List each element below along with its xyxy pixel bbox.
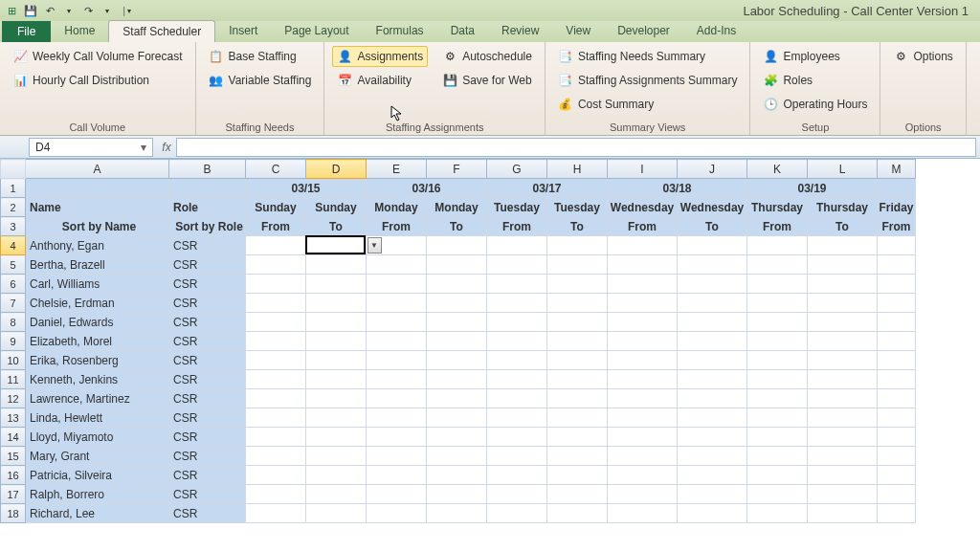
schedule-cell[interactable] <box>367 255 427 275</box>
column-header[interactable]: D <box>306 160 367 179</box>
schedule-cell[interactable] <box>878 504 916 523</box>
schedule-cell[interactable] <box>306 351 367 370</box>
employee-role-cell[interactable]: CSR <box>169 447 246 466</box>
ribbon-tab-formulas[interactable]: Formulas <box>363 20 437 42</box>
schedule-cell[interactable] <box>808 485 878 504</box>
schedule-cell[interactable] <box>678 370 747 389</box>
schedule-cell[interactable] <box>678 447 747 466</box>
schedule-cell[interactable] <box>246 313 306 332</box>
schedule-cell[interactable] <box>547 255 608 275</box>
schedule-cell[interactable] <box>306 389 367 408</box>
employee-role-cell[interactable]: CSR <box>169 466 246 485</box>
employee-role-cell[interactable]: CSR <box>169 504 246 523</box>
schedule-cell[interactable] <box>747 447 808 466</box>
schedule-cell[interactable] <box>608 275 678 294</box>
fx-icon[interactable]: fx <box>157 141 176 154</box>
employee-role-cell[interactable]: CSR <box>169 428 246 447</box>
schedule-cell[interactable] <box>246 466 306 485</box>
schedule-cell[interactable] <box>427 408 487 428</box>
schedule-cell[interactable] <box>878 294 916 313</box>
schedule-cell[interactable] <box>306 313 367 332</box>
employee-name-cell[interactable]: Richard, Lee <box>26 504 169 523</box>
column-header[interactable]: J <box>678 160 747 179</box>
employee-name-cell[interactable]: Carl, Williams <box>26 275 169 294</box>
schedule-cell[interactable] <box>608 447 678 466</box>
schedule-cell[interactable] <box>608 466 678 485</box>
schedule-cell[interactable] <box>367 370 427 389</box>
select-all-corner[interactable] <box>1 160 26 179</box>
schedule-cell[interactable] <box>427 370 487 389</box>
schedule-cell[interactable] <box>246 370 306 389</box>
chevron-down-icon[interactable]: ▾ <box>100 3 115 18</box>
ribbon-tab-staff-scheduler[interactable]: Staff Scheduler <box>108 20 215 42</box>
schedule-cell[interactable] <box>547 332 608 351</box>
schedule-cell[interactable] <box>678 466 747 485</box>
sort-by-role-button[interactable]: Sort by Role <box>169 217 246 236</box>
schedule-cell[interactable] <box>808 294 878 313</box>
ribbon-tab-review[interactable]: Review <box>488 20 552 42</box>
schedule-cell[interactable] <box>306 485 367 504</box>
ribbon-button-options[interactable]: ⚙Options <box>888 46 957 67</box>
schedule-cell[interactable] <box>547 447 608 466</box>
row-header[interactable]: 10 <box>1 351 26 370</box>
schedule-cell[interactable] <box>487 351 547 370</box>
employee-role-cell[interactable]: CSR <box>169 332 246 351</box>
schedule-cell[interactable] <box>878 370 916 389</box>
row-header[interactable]: 5 <box>1 255 26 275</box>
schedule-cell[interactable] <box>246 389 306 408</box>
schedule-cell[interactable] <box>608 370 678 389</box>
schedule-cell[interactable] <box>547 504 608 523</box>
row-header[interactable]: 11 <box>1 370 26 389</box>
schedule-cell[interactable] <box>487 408 547 428</box>
sort-by-name-button[interactable]: Sort by Name <box>26 217 169 236</box>
employee-name-cell[interactable]: Ralph, Borrero <box>26 485 169 504</box>
ribbon-tab-data[interactable]: Data <box>437 20 488 42</box>
chevron-down-icon[interactable]: ▾ <box>61 3 77 18</box>
employee-role-cell[interactable]: CSR <box>169 351 246 370</box>
schedule-cell[interactable] <box>747 370 808 389</box>
schedule-cell[interactable] <box>367 466 427 485</box>
schedule-cell[interactable] <box>306 408 367 428</box>
schedule-cell[interactable] <box>246 275 306 294</box>
schedule-cell[interactable] <box>747 428 808 447</box>
schedule-cell[interactable] <box>878 313 916 332</box>
row-header[interactable]: 15 <box>1 447 26 466</box>
employee-name-cell[interactable]: Bertha, Brazell <box>26 255 169 275</box>
employee-role-cell[interactable]: CSR <box>169 255 246 275</box>
schedule-cell[interactable] <box>246 504 306 523</box>
schedule-cell[interactable] <box>808 408 878 428</box>
employee-role-cell[interactable]: CSR <box>169 408 246 428</box>
schedule-cell[interactable] <box>808 447 878 466</box>
qat-customize-icon[interactable]: │▾ <box>119 3 134 18</box>
schedule-cell[interactable] <box>747 389 808 408</box>
schedule-cell[interactable] <box>608 294 678 313</box>
employee-role-cell[interactable]: CSR <box>169 294 246 313</box>
schedule-cell[interactable] <box>246 332 306 351</box>
schedule-cell[interactable] <box>367 389 427 408</box>
schedule-cell[interactable] <box>367 447 427 466</box>
schedule-cell[interactable] <box>246 255 306 275</box>
employee-name-cell[interactable]: Patricia, Silveira <box>26 466 169 485</box>
file-tab[interactable]: File <box>2 21 51 42</box>
chevron-down-icon[interactable]: ▾ <box>141 141 146 154</box>
row-header[interactable]: 3 <box>1 217 26 236</box>
schedule-cell[interactable] <box>678 408 747 428</box>
schedule-cell[interactable] <box>808 313 878 332</box>
ribbon-button-autoschedule[interactable]: ⚙Autoschedule <box>437 46 537 67</box>
schedule-cell[interactable] <box>878 466 916 485</box>
schedule-cell[interactable] <box>367 332 427 351</box>
column-header[interactable]: F <box>427 160 487 179</box>
row-header[interactable]: 4 <box>1 236 26 255</box>
schedule-cell[interactable] <box>306 447 367 466</box>
column-header[interactable]: H <box>547 160 608 179</box>
schedule-cell[interactable] <box>427 447 487 466</box>
schedule-cell[interactable] <box>808 236 878 255</box>
row-header[interactable]: 2 <box>1 198 26 217</box>
schedule-cell[interactable] <box>487 466 547 485</box>
schedule-cell[interactable] <box>878 447 916 466</box>
schedule-cell[interactable] <box>608 351 678 370</box>
column-header[interactable]: I <box>608 160 678 179</box>
schedule-cell[interactable] <box>747 313 808 332</box>
row-header[interactable]: 1 <box>1 179 26 198</box>
ribbon-tab-page-layout[interactable]: Page Layout <box>271 20 362 42</box>
